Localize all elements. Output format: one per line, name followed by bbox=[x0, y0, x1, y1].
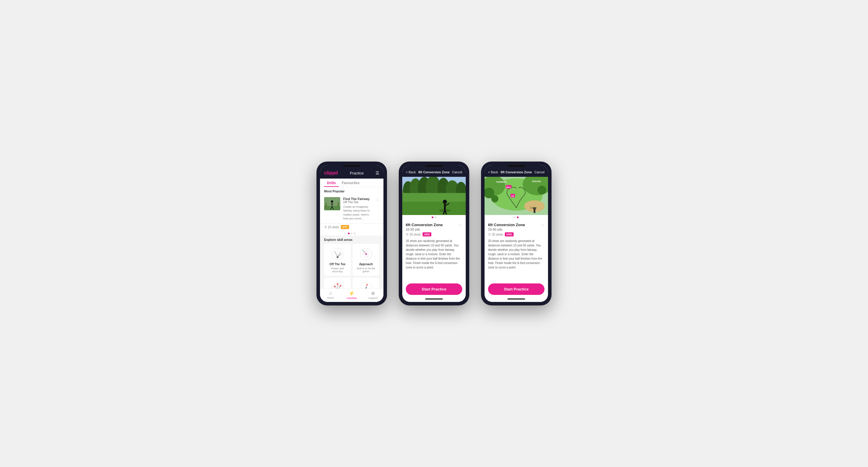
tabs-bar: Drills Favourites bbox=[320, 178, 383, 187]
shots-info: ⏱ 20 shots bbox=[406, 233, 421, 236]
svg-line-28 bbox=[338, 286, 341, 289]
drill-info: Find The Fairway Off The Tee Create an i… bbox=[343, 197, 373, 220]
skill-icon-approach bbox=[359, 247, 373, 261]
home-label: Home bbox=[327, 296, 334, 299]
clock-icon-detail: ⏱ bbox=[406, 233, 409, 236]
skill-card-atg[interactable]: Around The Green Hone your short game bbox=[324, 277, 351, 289]
svg-rect-3 bbox=[338, 202, 339, 207]
arg-badge-3: ARG bbox=[505, 232, 514, 236]
shots-label: ⏱ 10 shots bbox=[324, 226, 339, 229]
detail-description-3: 20 shots are randomly generated at dista… bbox=[488, 239, 545, 270]
skill-card-approach[interactable]: Approach Dial-in to hit the green bbox=[352, 244, 379, 276]
ott-badge: OTT bbox=[341, 225, 349, 229]
detail-fav-icon-3[interactable]: ☆ bbox=[541, 223, 545, 227]
phones-container: clippd Practice ☰ Drills Favourites Most… bbox=[316, 162, 552, 305]
favourite-icon[interactable]: ☆ bbox=[375, 197, 379, 202]
detail-content-3: 6ft Conversion Zone 10-50 yds ☆ ⏱ 20 sho… bbox=[485, 220, 548, 281]
img-dot-2 bbox=[435, 216, 436, 218]
app-header: clippd Practice ☰ bbox=[320, 165, 383, 178]
detail-drill-title-3: 6ft Conversion Zone bbox=[488, 223, 525, 227]
cancel-button-2[interactable]: Cancel bbox=[452, 170, 462, 174]
start-practice-button-2[interactable]: Start Practice bbox=[406, 283, 462, 295]
home-icon: ⌂ bbox=[329, 291, 332, 296]
golf-scene-svg bbox=[402, 177, 466, 215]
nav-activities[interactable]: ⚡ Activities bbox=[341, 291, 362, 300]
shots-info-3: ⏱ 20 shots bbox=[488, 233, 503, 236]
skill-icon-atg bbox=[330, 280, 345, 289]
svg-rect-45 bbox=[402, 202, 466, 215]
explore-label: Explore skill areas bbox=[324, 238, 379, 244]
svg-text:FAIRWAY: FAIRWAY bbox=[496, 180, 507, 183]
svg-point-33 bbox=[366, 284, 368, 286]
cancel-button-3[interactable]: Cancel bbox=[534, 170, 545, 174]
map-svg: Miss Hit FAIRWAY ROUGH SAND bbox=[485, 177, 548, 215]
detail-title-2: 6ft Conversion Zone bbox=[418, 170, 450, 174]
svg-point-4 bbox=[331, 200, 333, 203]
ott-name: Off The Tee bbox=[330, 263, 345, 266]
drill-title: Find The Fairway bbox=[343, 197, 373, 201]
phone-1: clippd Practice ☰ Drills Favourites Most… bbox=[316, 162, 387, 305]
drill-title-group: 6ft Conversion Zone 10-50 yds bbox=[406, 223, 443, 231]
detail-drill-title: 6ft Conversion Zone bbox=[406, 223, 443, 227]
detail-fav-icon[interactable]: ☆ bbox=[458, 223, 462, 227]
svg-line-14 bbox=[338, 252, 341, 257]
app-logo: clippd bbox=[324, 170, 338, 176]
detail-fav-row-3: 6ft Conversion Zone 10-50 yds ☆ bbox=[488, 223, 545, 231]
drill-photo bbox=[402, 177, 466, 215]
approach-icon-svg bbox=[359, 247, 373, 261]
skill-areas-section: Explore skill areas bbox=[320, 236, 383, 289]
most-popular-label: Most Popular bbox=[320, 187, 383, 194]
svg-line-13 bbox=[335, 251, 338, 257]
drill-subtitle: Off The Tee bbox=[343, 201, 373, 204]
dot-1 bbox=[348, 233, 350, 234]
nav-home[interactable]: ⌂ Home bbox=[320, 291, 341, 300]
activities-label: Activities bbox=[346, 297, 357, 300]
approach-desc: Dial-in to hit the green bbox=[355, 267, 377, 273]
svg-rect-65 bbox=[534, 210, 535, 213]
dot-2 bbox=[351, 233, 352, 234]
img-dot-1 bbox=[432, 216, 433, 218]
drill-thumb-image bbox=[324, 197, 340, 210]
phone-1-screen: clippd Practice ☰ Drills Favourites Most… bbox=[320, 165, 383, 302]
svg-rect-48 bbox=[444, 204, 446, 210]
home-indicator-3 bbox=[507, 298, 525, 300]
ott-desc: Power and accuracy bbox=[327, 267, 348, 273]
phone-3: < Back 6ft Conversion Zone Cancel bbox=[481, 162, 552, 305]
detail-fav-row: 6ft Conversion Zone 10-50 yds ☆ bbox=[406, 223, 462, 231]
activities-icon: ⚡ bbox=[349, 291, 355, 296]
nav-capture[interactable]: ⊕ Capture bbox=[362, 291, 383, 300]
img-dot-3-1 bbox=[514, 216, 516, 218]
header-title: Practice bbox=[350, 171, 364, 175]
svg-rect-2 bbox=[326, 203, 327, 207]
drill-meta: ⏱ 10 shots OTT bbox=[320, 224, 383, 231]
ott-icon-svg bbox=[330, 247, 345, 261]
img-dot-3-2 bbox=[517, 216, 519, 218]
arg-badge: ARG bbox=[423, 232, 431, 236]
detail-title-3: 6ft Conversion Zone bbox=[501, 170, 532, 174]
menu-icon[interactable]: ☰ bbox=[375, 171, 379, 175]
drill-title-group-3: 6ft Conversion Zone 10-50 yds bbox=[488, 223, 525, 231]
start-practice-button-3[interactable]: Start Practice bbox=[488, 283, 545, 295]
bottom-nav: ⌂ Home ⚡ Activities ⊕ Capture bbox=[320, 289, 383, 302]
home-indicator-2 bbox=[425, 298, 443, 300]
atg-icon-svg bbox=[330, 280, 345, 289]
svg-text:ROUGH: ROUGH bbox=[532, 180, 541, 183]
featured-drill-card[interactable]: Find The Fairway Off The Tee Create an i… bbox=[320, 194, 383, 223]
skill-card-ott[interactable]: Off The Tee Power and accuracy bbox=[324, 244, 351, 276]
image-dots-3 bbox=[485, 215, 548, 220]
skill-icon-ott bbox=[330, 247, 345, 261]
back-button-3[interactable]: < Back bbox=[488, 170, 498, 174]
phone-2-screen: < Back 6ft Conversion Zone Cancel bbox=[402, 165, 466, 302]
carousel-dots bbox=[320, 231, 383, 236]
clock-icon: ⏱ bbox=[324, 226, 327, 229]
phone-3-screen: < Back 6ft Conversion Zone Cancel bbox=[485, 165, 548, 302]
svg-text:Hit: Hit bbox=[511, 195, 514, 197]
image-dots-2 bbox=[402, 215, 466, 220]
tab-favourites[interactable]: Favourites bbox=[339, 178, 363, 187]
tab-drills[interactable]: Drills bbox=[324, 178, 339, 187]
detail-header-3: < Back 6ft Conversion Zone Cancel bbox=[485, 165, 548, 177]
capture-icon: ⊕ bbox=[371, 291, 375, 296]
detail-header-2: < Back 6ft Conversion Zone Cancel bbox=[402, 165, 466, 177]
back-button-2[interactable]: < Back bbox=[406, 170, 416, 174]
skill-card-putting[interactable]: Putting Make and lag practice bbox=[352, 277, 379, 289]
